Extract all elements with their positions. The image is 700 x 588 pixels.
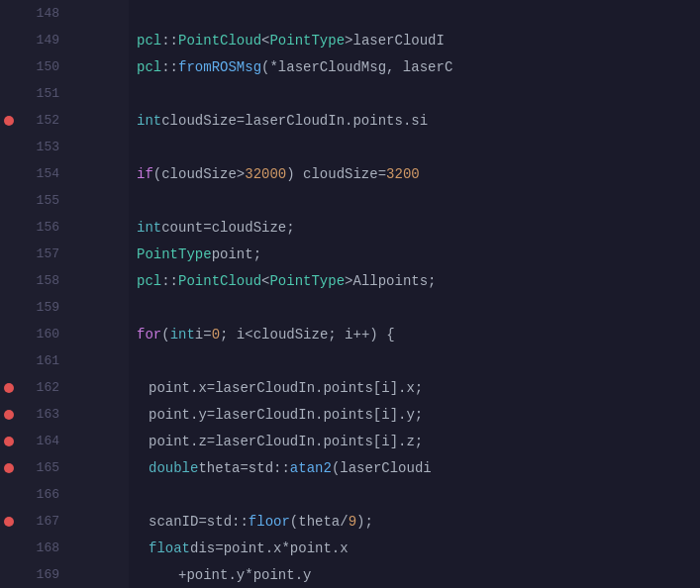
code-text-165: double theta = std::atan2(laserCloudi bbox=[129, 454, 432, 481]
token-args-165: (laserCloudi bbox=[332, 460, 432, 476]
code-text-150: pcl::fromROSMsg(*laserCloudMsg, laserC bbox=[129, 53, 452, 80]
code-editor: 148 149 150 151 152 153 bbox=[0, 0, 700, 588]
breakpoint-164[interactable] bbox=[0, 437, 18, 446]
token-args-150: (*laserCloudMsg, laserC bbox=[261, 59, 452, 75]
line-number-169: 169 bbox=[18, 561, 69, 588]
code-line-158: pcl::PointCloud<PointType> Allpoints; bbox=[129, 267, 700, 294]
gutter-line-167: 167 bbox=[0, 508, 129, 535]
line-number-160: 160 bbox=[18, 321, 69, 347]
token-pcl-149: pcl bbox=[137, 33, 161, 49]
code-text-164: point.z = laserCloudIn.points[i].z; bbox=[129, 428, 423, 454]
token-gt-158: > bbox=[345, 273, 352, 289]
token-double-165: double bbox=[149, 460, 198, 476]
breakpoint-167[interactable] bbox=[0, 517, 18, 527]
line-number-154: 154 bbox=[18, 160, 69, 187]
code-text-157: PointType point; bbox=[129, 241, 261, 267]
token-close-167: ); bbox=[356, 514, 373, 530]
token-rest-152: cloudSize bbox=[161, 113, 237, 129]
token-pointtype-149: PointType bbox=[269, 33, 345, 49]
breakpoint-165[interactable] bbox=[0, 463, 18, 473]
token-dis-168: dis bbox=[190, 540, 215, 556]
breakpoint-152[interactable] bbox=[0, 116, 18, 126]
breakpoint-dot-164 bbox=[4, 437, 14, 446]
code-text-152: int cloudSize = laserCloudIn.points.si bbox=[129, 107, 428, 134]
code-line-166 bbox=[129, 481, 700, 508]
token-3200-154: 3200 bbox=[386, 166, 420, 182]
token-loop-160: i bbox=[195, 327, 203, 343]
token-count-156: count bbox=[161, 220, 203, 236]
gutter-line-159: 159 bbox=[0, 294, 129, 321]
gutter-line-161: 161 bbox=[0, 347, 129, 374]
token-eq-168: = bbox=[215, 540, 223, 556]
breakpoint-dot-167 bbox=[4, 517, 14, 527]
token-eq-162: = bbox=[207, 380, 215, 396]
code-text-162: point.x = laserCloudIn.points[i].x; bbox=[129, 374, 423, 401]
token-eq-156: = bbox=[203, 220, 211, 236]
breakpoint-dot-152 bbox=[4, 116, 14, 126]
code-text-161 bbox=[129, 347, 137, 374]
code-line-150: pcl::fromROSMsg(*laserCloudMsg, laserC bbox=[129, 53, 700, 80]
token-eq-165: = bbox=[240, 460, 248, 476]
line-number-153: 153 bbox=[18, 134, 69, 160]
code-line-167: scanID = std::floor(theta / 9); bbox=[129, 508, 700, 535]
breakpoint-dot-165 bbox=[4, 463, 14, 473]
breakpoint-162[interactable] bbox=[0, 383, 18, 393]
code-text-168: float dis = point.x * point.x bbox=[129, 535, 349, 561]
line-number-155: 155 bbox=[18, 187, 69, 214]
line-number-167: 167 bbox=[18, 508, 69, 535]
code-text-155 bbox=[129, 187, 137, 214]
token-cond2-160: cloudSize; i bbox=[253, 327, 353, 343]
code-line-148 bbox=[129, 0, 700, 27]
line-number-163: 163 bbox=[18, 401, 69, 428]
token-point-164: point.z bbox=[149, 434, 207, 449]
token-eq-163: = bbox=[207, 407, 215, 423]
line-number-158: 158 bbox=[18, 267, 69, 294]
code-text-167: scanID = std::floor(theta / 9); bbox=[129, 508, 373, 535]
code-text-163: point.y = laserCloudIn.points[i].y; bbox=[129, 401, 423, 428]
gutter-line-154: 154 bbox=[0, 160, 129, 187]
token-val-164: laserCloudIn.points[i].z; bbox=[215, 434, 423, 449]
code-text-153 bbox=[129, 134, 137, 160]
gutter-line-155: 155 bbox=[0, 187, 129, 214]
breakpoint-163[interactable] bbox=[0, 410, 18, 420]
code-line-154: if(cloudSize > 32000) cloudSize = 3200 bbox=[129, 160, 700, 187]
token-plus-169: + bbox=[178, 567, 186, 583]
token-val-169: point.y bbox=[186, 567, 245, 583]
code-line-169: + point.y * point.y bbox=[129, 561, 700, 588]
line-number-149: 149 bbox=[18, 27, 69, 53]
token-point-162: point.x bbox=[149, 380, 207, 396]
breakpoint-dot-163 bbox=[4, 410, 14, 420]
token-cond-154: (cloudSize bbox=[153, 166, 237, 182]
code-text-149: pcl::PointCloud<PointType> laserCloudI bbox=[129, 27, 445, 53]
token-int-152: int bbox=[137, 113, 161, 129]
code-content[interactable]: pcl::PointCloud<PointType> laserCloudI p… bbox=[129, 0, 700, 588]
token-assign-154: ) cloudSize bbox=[286, 166, 377, 182]
breakpoint-dot-162 bbox=[4, 383, 14, 393]
line-number-159: 159 bbox=[18, 294, 69, 321]
token-scanid-167: scanID bbox=[149, 514, 198, 530]
code-line-160: for (int i = 0; i < cloudSize; i++) { bbox=[129, 321, 700, 347]
gutter-line-149: 149 bbox=[0, 27, 129, 53]
token-9-167: 9 bbox=[349, 514, 356, 530]
token-pointcloud-149: PointCloud bbox=[178, 33, 261, 49]
token-semi-160: ; i bbox=[220, 327, 245, 343]
token-float-168: float bbox=[149, 540, 190, 556]
line-number-161: 161 bbox=[18, 347, 69, 374]
gutter-line-163: 163 bbox=[0, 401, 129, 428]
token-space-160: ( bbox=[161, 327, 169, 343]
gutter-line-156: 156 bbox=[0, 214, 129, 241]
token-pcl-150: pcl bbox=[137, 59, 161, 75]
line-gutter: 148 149 150 151 152 153 bbox=[0, 0, 129, 588]
gutter-line-157: 157 bbox=[0, 241, 129, 267]
line-number-168: 168 bbox=[18, 535, 69, 561]
gutter-line-148: 148 bbox=[0, 0, 129, 27]
code-line-162: point.x = laserCloudIn.points[i].x; bbox=[129, 374, 700, 401]
token-div-167: / bbox=[340, 514, 348, 530]
code-text-159 bbox=[129, 294, 137, 321]
gutter-line-150: 150 bbox=[0, 53, 129, 80]
code-text-158: pcl::PointCloud<PointType> Allpoints; bbox=[129, 267, 437, 294]
token-fromros-150: fromROSMsg bbox=[178, 59, 261, 75]
code-text-169: + point.y * point.y bbox=[129, 561, 311, 588]
gutter-line-162: 162 bbox=[0, 374, 129, 401]
code-line-163: point.y = laserCloudIn.points[i].y; bbox=[129, 401, 700, 428]
